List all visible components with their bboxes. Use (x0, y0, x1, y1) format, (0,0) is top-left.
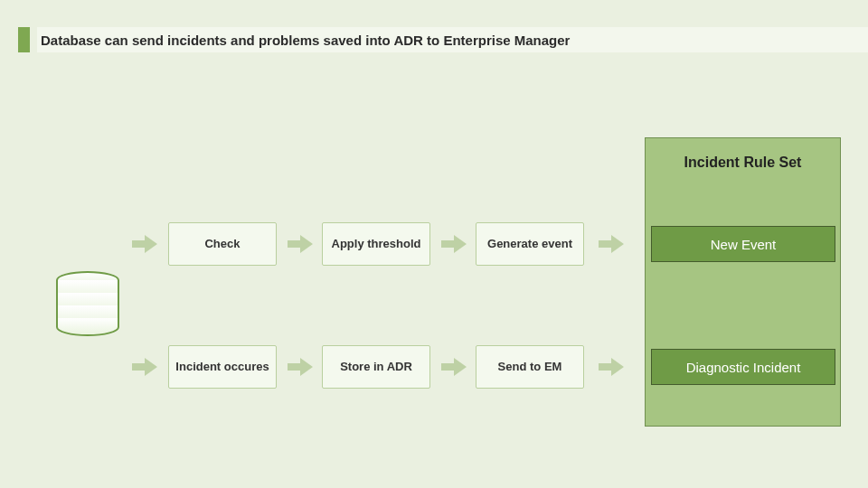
ruleset-title: Incident Rule Set (646, 155, 840, 171)
arrow-icon (132, 356, 157, 378)
database-icon (54, 271, 121, 336)
arrow-icon (599, 356, 624, 378)
output-new-event: New Event (651, 226, 835, 262)
step-generate-event: Generate event (476, 222, 584, 266)
step-check: Check (168, 222, 277, 266)
title-bar: Database can send incidents and problems… (18, 27, 868, 52)
arrow-icon (441, 233, 467, 255)
step-store-in-adr: Store in ADR (322, 345, 430, 389)
arrow-icon (288, 233, 313, 255)
page-title: Database can send incidents and problems… (37, 27, 868, 52)
arrow-icon (132, 233, 157, 255)
arrow-icon (288, 356, 313, 378)
arrow-icon (599, 233, 624, 255)
output-diagnostic-incident: Diagnostic Incident (651, 349, 835, 385)
arrow-icon (441, 356, 467, 378)
step-apply-threshold: Apply threshold (322, 222, 430, 266)
step-incident-occurs: Incident occures (168, 345, 277, 389)
step-send-to-em: Send to EM (476, 345, 584, 389)
title-accent (18, 27, 30, 52)
